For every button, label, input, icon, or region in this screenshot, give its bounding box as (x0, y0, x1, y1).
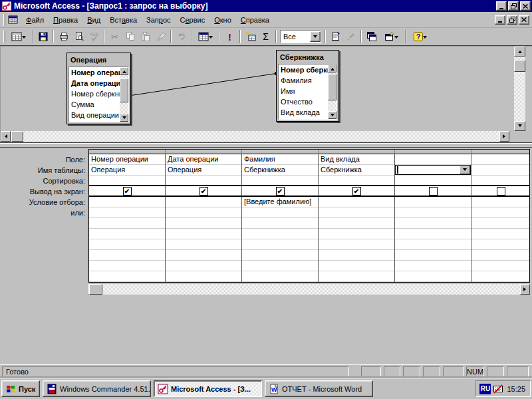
paste-button[interactable] (138, 29, 153, 44)
field-cell[interactable]: Дата операции (166, 154, 241, 165)
empty-cell[interactable] (319, 250, 394, 261)
show-table-button[interactable] (243, 29, 258, 44)
menu-grip[interactable] (3, 14, 5, 26)
show-checkbox[interactable]: ✔ (352, 187, 361, 196)
empty-cell[interactable] (471, 218, 530, 229)
empty-cell[interactable] (166, 239, 241, 250)
empty-cell[interactable] (166, 271, 241, 282)
cut-button[interactable]: ✂ (107, 29, 122, 44)
empty-cell[interactable] (242, 218, 318, 229)
task-microsoft-access[interactable]: Microsoft Access - [З... (154, 380, 262, 397)
empty-cell[interactable] (319, 218, 394, 229)
field-list-item[interactable]: Сумма (69, 99, 120, 110)
criteria-cell[interactable]: [Введите фамилию] (242, 197, 318, 207)
task-microsoft-word[interactable]: W ОТЧЕТ - Microsoft Word (265, 380, 373, 397)
empty-cell[interactable] (395, 229, 471, 239)
scroll-up-button[interactable] (514, 47, 525, 57)
empty-cell[interactable] (471, 239, 530, 250)
column-selector[interactable] (395, 150, 471, 154)
scrollbar-thumb[interactable] (11, 131, 23, 142)
top-values-combo[interactable]: Все (280, 30, 321, 43)
language-indicator[interactable]: RU (479, 384, 491, 394)
or-cell[interactable] (319, 207, 394, 218)
print-button[interactable] (56, 29, 71, 44)
empty-cell[interactable] (166, 250, 241, 261)
view-button[interactable] (7, 29, 30, 44)
menu-tools[interactable]: Сервис (176, 13, 210, 27)
field-list-title[interactable]: Операция (68, 55, 129, 66)
field-list-scrollbar[interactable] (120, 67, 128, 122)
query-system-icon[interactable] (8, 15, 19, 25)
empty-cell[interactable] (242, 271, 318, 282)
table-cell[interactable] (395, 165, 471, 176)
field-list-item[interactable]: Номер сберкни (69, 88, 120, 99)
table-cell[interactable]: Операция (166, 165, 241, 176)
menu-window[interactable]: Окно (209, 13, 236, 27)
criteria-cell[interactable] (471, 197, 530, 207)
scrollbar-thumb[interactable] (328, 74, 336, 100)
field-cell[interactable]: Фамилия (242, 154, 318, 165)
show-checkbox[interactable]: ✔ (123, 187, 132, 196)
clock[interactable]: 15:25 (505, 385, 527, 393)
empty-cell[interactable] (242, 229, 318, 239)
new-object-button[interactable] (379, 29, 403, 44)
field-list-item[interactable]: Вид операции (69, 110, 120, 120)
empty-cell[interactable] (89, 271, 165, 282)
child-minimize-button[interactable] (495, 15, 505, 25)
show-checkbox[interactable] (497, 187, 505, 196)
column-selector[interactable] (242, 150, 319, 154)
empty-cell[interactable] (395, 218, 471, 229)
task-windows-commander[interactable]: Windows Commander 4.51... (43, 380, 151, 397)
scrollbar-thumb[interactable] (89, 284, 102, 295)
scroll-right-button[interactable] (499, 131, 509, 142)
run-button[interactable]: ! (222, 29, 237, 44)
empty-cell[interactable] (471, 271, 530, 282)
empty-cell[interactable] (89, 239, 165, 250)
menu-insert[interactable]: Вставка (105, 13, 142, 27)
field-list-scrollbar[interactable] (328, 65, 336, 119)
empty-cell[interactable] (89, 229, 165, 239)
field-list-item[interactable]: Фамилия (279, 75, 328, 86)
empty-cell[interactable] (395, 239, 471, 250)
column-selector[interactable] (166, 150, 242, 154)
menu-view[interactable]: Вид (82, 13, 105, 27)
scrollbar-track[interactable] (11, 131, 499, 142)
column-selector[interactable] (471, 150, 530, 154)
empty-cell[interactable] (242, 250, 318, 261)
empty-cell[interactable] (395, 271, 471, 282)
empty-cell[interactable] (89, 261, 165, 271)
database-window-button[interactable] (364, 29, 379, 44)
empty-cell[interactable] (89, 250, 165, 261)
properties-button[interactable] (328, 29, 343, 44)
scrollbar-track[interactable] (98, 284, 520, 295)
grid-horizontal-scrollbar[interactable] (88, 284, 530, 295)
field-cell[interactable] (395, 154, 471, 165)
scroll-up-button[interactable] (120, 67, 128, 75)
table-cell[interactable] (471, 165, 530, 176)
spelling-button[interactable]: АБВ (86, 29, 102, 44)
empty-cell[interactable] (166, 218, 241, 229)
pane-splitter[interactable] (0, 142, 532, 148)
keyboard-tray-icon[interactable] (493, 384, 503, 394)
show-checkbox[interactable]: ✔ (276, 187, 285, 196)
table-dropdown-button[interactable] (460, 166, 470, 174)
start-button[interactable]: Пуск (1, 380, 40, 397)
scroll-down-button[interactable] (120, 114, 128, 122)
scrollbar-thumb[interactable] (120, 78, 128, 102)
criteria-cell[interactable] (395, 197, 471, 207)
or-cell[interactable] (471, 207, 530, 218)
field-list-item[interactable]: Имя (279, 86, 328, 96)
field-cell[interactable]: Номер операции (89, 154, 165, 165)
minimize-button[interactable] (496, 1, 507, 11)
toolbar-grip[interactable] (3, 31, 5, 43)
table-cell[interactable]: Сберкнижка (319, 165, 394, 176)
child-close-button[interactable] (519, 15, 529, 25)
criteria-cell[interactable] (319, 197, 394, 207)
empty-cell[interactable] (395, 250, 471, 261)
menu-edit[interactable]: Правка (49, 13, 82, 27)
empty-cell[interactable] (319, 239, 394, 250)
build-button[interactable] (343, 29, 358, 44)
empty-cell[interactable] (471, 229, 530, 239)
column-selector[interactable] (89, 150, 166, 154)
totals-button[interactable]: Σ (258, 29, 273, 44)
